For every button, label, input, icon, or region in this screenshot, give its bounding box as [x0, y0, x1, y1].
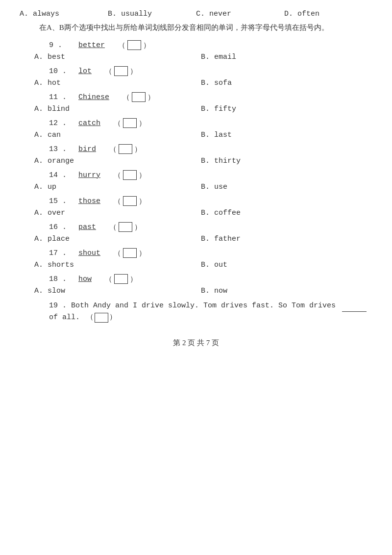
question-row-16: 16 .past （）	[49, 222, 372, 232]
answer-a-12: A. can	[34, 131, 201, 139]
q-num-16: 16 .	[49, 223, 78, 231]
q-word-15: those	[78, 197, 100, 205]
question-row-15: 15 .those （）	[49, 196, 372, 206]
answer-b-12: B. last	[201, 131, 368, 139]
answer-b-17: B. out	[201, 261, 368, 269]
answer-a-9: A. best	[34, 53, 201, 61]
q-num-10: 10 .	[49, 67, 78, 76]
answer-row-12: A. canB. last	[34, 131, 372, 139]
q19-num: 19 .	[49, 302, 71, 310]
questions-container: 9 .better （）A. bestB. email10 .lot （）A. …	[20, 40, 372, 295]
q-word-12: catch	[78, 119, 100, 127]
answer-row-10: A. hotB. sofa	[34, 79, 372, 87]
q-num-15: 15 .	[49, 197, 78, 205]
q-word-13: bird	[78, 145, 96, 153]
q-word-11: Chinese	[78, 93, 109, 101]
q-answer-blank-15[interactable]	[123, 196, 137, 206]
answer-a-15: A. over	[34, 209, 201, 217]
question-row-11: 11 .Chinese （）	[49, 92, 372, 102]
answer-row-16: A. placeB. father	[34, 235, 372, 243]
q-num-13: 13 .	[49, 145, 78, 153]
answer-row-15: A. overB. coffee	[34, 209, 372, 217]
question-row-10: 10 .lot （）	[49, 66, 372, 76]
q19-row: 19 . Both Andy and I drive slowly. Tom d…	[49, 300, 372, 324]
q-answer-blank-9[interactable]	[127, 40, 141, 50]
footer-text: 第 2 页 共 7 页	[20, 338, 372, 348]
answer-b-14: B. use	[201, 183, 368, 191]
answer-a-18: A. slow	[34, 287, 201, 295]
q-word-16: past	[78, 223, 96, 231]
q-num-9: 9 .	[49, 41, 78, 50]
question-row-9: 9 .better （）	[49, 40, 372, 50]
q-num-14: 14 .	[49, 171, 78, 179]
option-b: B. usually	[108, 10, 196, 18]
answer-row-17: A. shortsB. out	[34, 261, 372, 269]
answer-a-11: A. blind	[34, 105, 201, 113]
question-row-12: 12 .catch （）	[49, 118, 372, 128]
q-word-17: shout	[78, 249, 100, 257]
q-answer-blank-12[interactable]	[123, 118, 137, 128]
answer-a-14: A. up	[34, 183, 201, 191]
answer-b-9: B. email	[201, 53, 368, 61]
q-word-14: hurry	[78, 171, 100, 179]
option-c: C. never	[196, 10, 284, 18]
answer-row-18: A. slowB. now	[34, 287, 372, 295]
q19-blank	[342, 311, 367, 312]
q19-text: Both Andy and I drive slowly. Tom drives…	[71, 302, 340, 310]
answer-a-17: A. shorts	[34, 261, 201, 269]
answer-row-14: A. upB. use	[34, 183, 372, 191]
answer-row-11: A. blindB. fifty	[34, 105, 372, 113]
answer-a-13: A. orange	[34, 157, 201, 165]
q19-text2: of all.	[49, 313, 84, 322]
answer-b-15: B. coffee	[201, 209, 368, 217]
answer-b-10: B. sofa	[201, 79, 368, 87]
question-row-17: 17 .shout （）	[49, 248, 372, 258]
answer-b-13: B. thirty	[201, 157, 368, 165]
q-answer-blank-10[interactable]	[114, 66, 128, 76]
q19-answer-blank[interactable]	[95, 313, 108, 323]
answer-a-16: A. place	[34, 235, 201, 243]
q-answer-blank-13[interactable]	[119, 144, 132, 154]
answer-b-11: B. fifty	[201, 105, 368, 113]
q-word-10: lot	[78, 67, 92, 76]
q-answer-blank-16[interactable]	[119, 222, 132, 232]
q-answer-blank-11[interactable]	[132, 92, 146, 102]
q-answer-blank-18[interactable]	[114, 274, 128, 284]
option-d: D. often	[284, 10, 372, 18]
answer-b-18: B. now	[201, 287, 368, 295]
q-num-11: 11 .	[49, 93, 78, 101]
q-num-17: 17 .	[49, 249, 78, 257]
answer-row-13: A. orangeB. thirty	[34, 157, 372, 165]
top-options-row: A. always B. usually C. never D. often	[20, 10, 372, 18]
option-a: A. always	[20, 10, 108, 18]
q-word-9: better	[78, 41, 105, 50]
answer-a-10: A. hot	[34, 79, 201, 87]
q-answer-blank-17[interactable]	[123, 248, 137, 258]
answer-b-16: B. father	[201, 235, 368, 243]
question-row-14: 14 .hurry （）	[49, 170, 372, 180]
q-num-12: 12 .	[49, 119, 78, 127]
answer-row-9: A. bestB. email	[34, 53, 372, 61]
q19-paren: （）	[86, 312, 117, 324]
q-num-18: 18 .	[49, 275, 78, 283]
question-row-18: 18 .how （）	[49, 274, 372, 284]
instruction-text: 在A、B两个选项中找出与所给单词划线部分发音相同的单词，并将字母代号填在括号内。	[39, 23, 372, 32]
q-word-18: how	[78, 275, 92, 283]
q-answer-blank-14[interactable]	[123, 170, 137, 180]
question-row-13: 13 .bird （）	[49, 144, 372, 154]
